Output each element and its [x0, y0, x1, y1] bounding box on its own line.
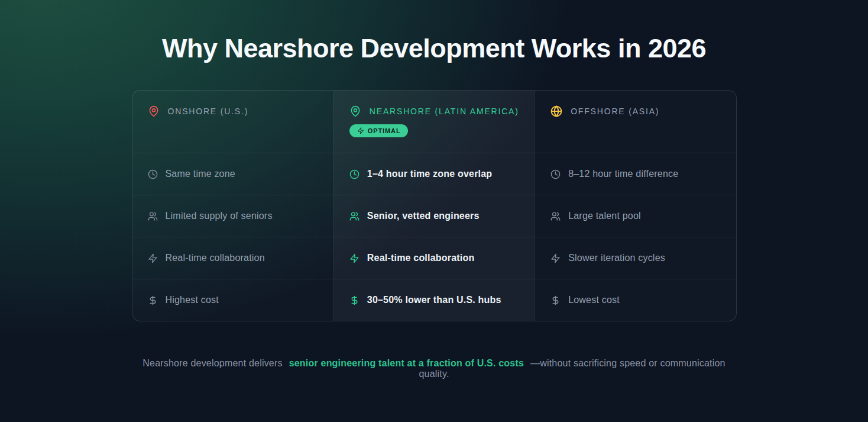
cell-text: 30–50% lower than U.S. hubs — [367, 295, 501, 305]
cell-nearshore-talent: Senior, vetted engineers — [334, 195, 535, 237]
cell-text: Large talent pool — [568, 211, 641, 221]
zap-icon — [550, 253, 561, 263]
caption-highlight: senior engineering talent at a fraction … — [289, 358, 524, 368]
column-header-nearshore: NEARSHORE (LATIN AMERICA) OPTIMAL — [334, 91, 535, 153]
column-label-onshore: ONSHORE (U.S.) — [168, 107, 249, 116]
cell-text: 8–12 hour time difference — [568, 169, 678, 179]
cell-text: Same time zone — [166, 169, 235, 179]
clock-icon — [349, 169, 359, 179]
comparison-table: ONSHORE (U.S.) Same time zone Limited su… — [132, 90, 737, 321]
cell-nearshore-collaboration: Real-time collaboration — [334, 237, 535, 279]
users-icon — [148, 211, 158, 221]
column-offshore: OFFSHORE (ASIA) 8–12 hour time differenc… — [535, 91, 736, 321]
column-onshore: ONSHORE (U.S.) Same time zone Limited su… — [132, 91, 333, 321]
map-pin-icon — [349, 105, 361, 117]
caption: Nearshore development deliverssenior eng… — [132, 358, 737, 379]
dollar-icon — [349, 295, 359, 305]
map-pin-icon — [148, 105, 160, 117]
cell-nearshore-cost: 30–50% lower than U.S. hubs — [334, 279, 535, 321]
optimal-badge: OPTIMAL — [349, 124, 409, 137]
cell-text: Real-time collaboration — [367, 253, 475, 263]
zap-icon — [349, 253, 359, 263]
column-label-nearshore: NEARSHORE (LATIN AMERICA) — [370, 107, 519, 116]
dollar-icon — [550, 295, 561, 305]
cell-text: 1–4 hour time zone overlap — [367, 169, 492, 179]
column-nearshore: NEARSHORE (LATIN AMERICA) OPTIMAL 1–4 ho… — [333, 91, 535, 321]
zap-icon — [357, 127, 364, 134]
cell-offshore-collaboration: Slower iteration cycles — [535, 237, 736, 279]
cell-text: Slower iteration cycles — [568, 253, 665, 263]
cell-offshore-talent: Large talent pool — [535, 195, 736, 237]
cell-onshore-collaboration: Real-time collaboration — [132, 237, 333, 279]
cell-text: Lowest cost — [568, 295, 620, 305]
column-header-offshore: OFFSHORE (ASIA) — [535, 91, 736, 153]
page-title: Why Nearshore Development Works in 2026 — [132, 33, 737, 64]
cell-text: Highest cost — [166, 295, 219, 305]
users-icon — [550, 211, 561, 221]
column-label-offshore: OFFSHORE (ASIA) — [571, 107, 659, 116]
cell-text: Senior, vetted engineers — [367, 211, 480, 221]
cell-onshore-cost: Highest cost — [132, 279, 333, 321]
cell-text: Real-time collaboration — [166, 253, 265, 263]
zap-icon — [148, 253, 158, 263]
users-icon — [349, 211, 359, 221]
cell-onshore-talent: Limited supply of seniors — [132, 195, 333, 237]
clock-icon — [148, 169, 158, 179]
dollar-icon — [148, 295, 158, 305]
page: Why Nearshore Development Works in 2026 … — [132, 0, 737, 379]
cell-offshore-cost: Lowest cost — [535, 279, 736, 321]
cell-nearshore-timezone: 1–4 hour time zone overlap — [334, 153, 535, 195]
cell-text: Limited supply of seniors — [166, 211, 273, 221]
cell-offshore-timezone: 8–12 hour time difference — [535, 153, 736, 195]
caption-prefix: Nearshore development delivers — [142, 358, 282, 368]
optimal-badge-label: OPTIMAL — [368, 127, 401, 134]
globe-icon — [550, 105, 562, 117]
cell-onshore-timezone: Same time zone — [132, 153, 333, 195]
column-header-onshore: ONSHORE (U.S.) — [132, 91, 333, 153]
clock-icon — [550, 169, 561, 179]
